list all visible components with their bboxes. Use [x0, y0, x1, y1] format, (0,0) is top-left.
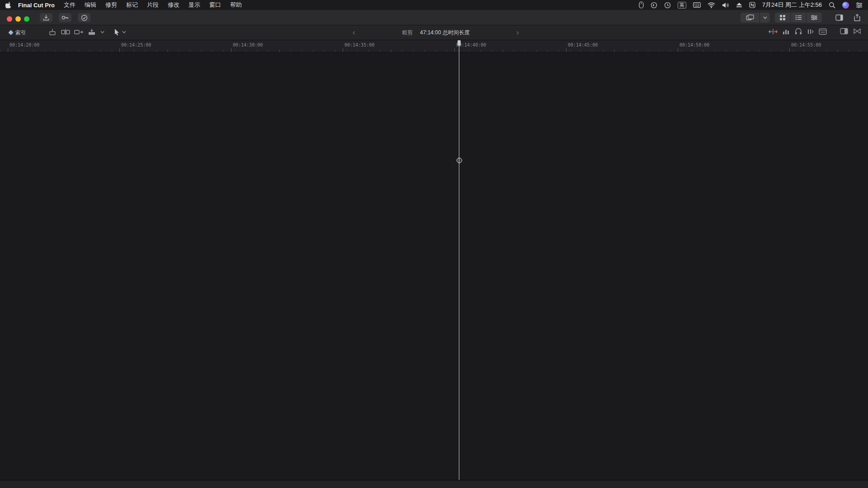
volume-icon[interactable]: [722, 2, 729, 8]
keywords-button[interactable]: [59, 13, 71, 22]
timeline-toolbar: 索引: [0, 25, 868, 40]
playhead[interactable]: [459, 45, 459, 480]
menu-item[interactable]: 片段: [142, 1, 163, 9]
browser-display-dropdown[interactable]: [760, 13, 770, 23]
inspector-toggle-icon[interactable]: [833, 13, 845, 22]
ruler-minor-ticks: [0, 50, 868, 52]
timeline-options-group: [769, 28, 827, 35]
project-duration: 47:14:00 总时间长度: [420, 29, 470, 37]
effects-browser-icon[interactable]: [840, 28, 848, 34]
zoom-window-button[interactable]: [24, 16, 29, 22]
eject-icon[interactable]: [736, 2, 742, 8]
timeline-panel-group: [840, 28, 861, 34]
menu-items: 文件编辑修剪标记片段修改显示窗口帮助: [59, 1, 246, 9]
edit-options-dropdown[interactable]: [100, 31, 104, 33]
ruler-tick: [789, 48, 790, 52]
close-window-button[interactable]: [7, 16, 12, 22]
previous-project-chevron[interactable]: ‹: [352, 28, 356, 37]
clock-status-icon[interactable]: [664, 2, 671, 9]
menu-item[interactable]: 编辑: [80, 1, 101, 9]
timeline-index-button[interactable]: 索引: [5, 28, 30, 38]
list-view-button[interactable]: [791, 13, 807, 23]
sync-status-icon[interactable]: [651, 2, 657, 9]
ruler-timecode: 00:14:45:00: [568, 42, 598, 47]
mouse-status-icon[interactable]: [639, 1, 644, 9]
view-toggle-group: [775, 13, 822, 23]
clip-appearance-icon[interactable]: [819, 28, 827, 35]
playhead-handle[interactable]: [458, 40, 461, 46]
menu-item[interactable]: 帮助: [226, 1, 246, 9]
ruler-timecode: 00:14:25:00: [121, 42, 151, 47]
background-tasks-button[interactable]: [78, 13, 90, 22]
ruler-timecode: 00:14:35:00: [344, 42, 374, 47]
ruler-tick: [678, 48, 678, 52]
menu-item[interactable]: 窗口: [205, 1, 226, 9]
grid-view-button[interactable]: [775, 13, 791, 23]
timeline-navigation: ‹ 粗剪 47:14:00 总时间长度 ›: [352, 28, 520, 38]
keyboard-status-icon[interactable]: [693, 2, 701, 8]
menu-item[interactable]: 文件: [59, 1, 80, 9]
ruler-tick: [343, 48, 343, 52]
audio-meters-icon[interactable]: [783, 28, 790, 35]
next-project-chevron[interactable]: ›: [515, 28, 520, 37]
browser-display-control: [741, 13, 770, 23]
menu-item[interactable]: 修改: [163, 1, 184, 9]
ruler-tick: [454, 48, 455, 52]
append-edit-button[interactable]: [74, 28, 83, 36]
tools-dropdown-icon: [122, 31, 126, 33]
edit-buttons-group: [48, 28, 104, 36]
ruler-timecode: 00:14:55:00: [791, 42, 821, 47]
timeline-area[interactable]: [0, 52, 868, 480]
spotlight-search-icon[interactable]: [829, 2, 835, 9]
playhead-knob: [457, 158, 462, 163]
menu-item[interactable]: 显示: [184, 1, 205, 9]
wifi-icon[interactable]: [708, 2, 715, 8]
timeline-ruler[interactable]: 00:14:20:0000:14:25:0000:14:30:0000:14:3…: [0, 40, 868, 52]
overwrite-edit-button[interactable]: [87, 28, 96, 36]
ruler-timecode: 00:14:50:00: [679, 42, 709, 47]
share-icon[interactable]: [851, 13, 863, 22]
browser-display-button[interactable]: [741, 13, 760, 23]
siri-icon[interactable]: [842, 2, 849, 9]
timeline-bottom-bar: [0, 480, 868, 488]
tools-menu[interactable]: [114, 28, 126, 36]
arrow-tool-icon: [114, 28, 120, 36]
import-media-button[interactable]: [40, 13, 52, 22]
index-label: 索引: [15, 29, 26, 37]
ruler-timecode: 00:14:20:00: [9, 42, 39, 47]
menu-bar-clock[interactable]: 7月24日 周二 上午2:56: [762, 1, 822, 9]
fcp-window: Final Cut Pro 文件编辑修剪标记片段修改显示窗口帮助 英: [0, 0, 868, 488]
app-status-icon[interactable]: [749, 2, 755, 8]
control-center-icon[interactable]: [856, 2, 863, 8]
audio-skimming-icon[interactable]: [795, 28, 802, 35]
project-name[interactable]: 粗剪: [402, 29, 413, 37]
ruler-tick: [8, 48, 8, 52]
menu-item[interactable]: 修剪: [101, 1, 122, 9]
trim-mode-icon[interactable]: [769, 28, 778, 35]
ruler-tick: [231, 48, 231, 52]
menu-item[interactable]: 标记: [122, 1, 142, 9]
connect-edit-button[interactable]: [48, 28, 57, 36]
insert-edit-button[interactable]: [61, 28, 70, 36]
index-icon: [8, 30, 13, 35]
ruler-tick: [119, 48, 120, 52]
input-source-indicator[interactable]: 英: [678, 2, 686, 9]
menu-bar: Final Cut Pro 文件编辑修剪标记片段修改显示窗口帮助 英: [0, 0, 868, 10]
app-menu[interactable]: Final Cut Pro: [14, 2, 59, 9]
ruler-tick: [566, 48, 566, 52]
window-toolbar: [0, 10, 868, 25]
ruler-timecode: 00:14:30:00: [233, 42, 263, 47]
filter-settings-button[interactable]: [807, 13, 822, 23]
solo-icon[interactable]: [807, 28, 814, 35]
transitions-browser-icon[interactable]: [853, 28, 861, 34]
menu-bar-status-area: 英 7月24日 周二 上午2:56: [639, 1, 863, 9]
project-title-area: 粗剪 47:14:00 总时间长度: [356, 29, 516, 37]
apple-menu-icon[interactable]: [5, 1, 12, 9]
minimize-window-button[interactable]: [15, 16, 21, 22]
